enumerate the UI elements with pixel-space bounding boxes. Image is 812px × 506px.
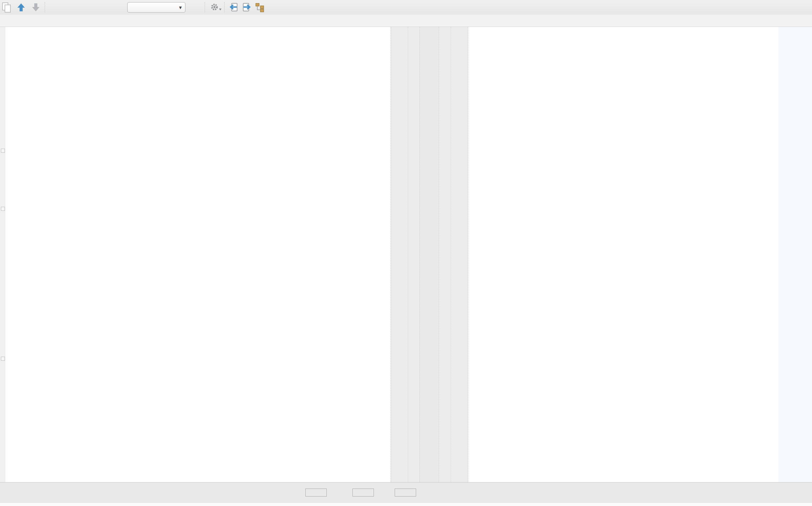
next-difference-button[interactable] bbox=[31, 0, 40, 15]
previous-difference-button[interactable] bbox=[17, 0, 25, 15]
window-footer-edge bbox=[0, 502, 812, 506]
diff-viewer-window: ▼ bbox=[0, 0, 812, 506]
fold-marker-icon[interactable] bbox=[1, 149, 5, 153]
diff-connector-column bbox=[419, 27, 439, 482]
arrow-down-icon bbox=[31, 3, 40, 12]
legend-inserted-swatch bbox=[395, 489, 416, 497]
compare-structure-button[interactable] bbox=[255, 0, 265, 15]
diff-titles bbox=[0, 15, 812, 27]
toolbar-separator bbox=[45, 2, 45, 12]
fold-marker-icon[interactable] bbox=[1, 357, 5, 361]
legend-deleted-swatch bbox=[305, 489, 327, 497]
apply-left-button[interactable] bbox=[228, 0, 239, 15]
chevron-down-icon: ▼ bbox=[178, 5, 183, 10]
right-code-pane[interactable] bbox=[468, 27, 812, 482]
left-line-number-column bbox=[408, 27, 419, 482]
right-pane-edge-tint bbox=[778, 27, 812, 482]
right-line-number-column bbox=[439, 27, 451, 482]
status-bar bbox=[0, 482, 812, 502]
left-code-pane[interactable] bbox=[0, 27, 391, 482]
fold-marker-icon[interactable] bbox=[1, 207, 5, 211]
apply-right-icon bbox=[241, 2, 252, 12]
copy-button[interactable] bbox=[2, 0, 12, 15]
apply-left-icon bbox=[228, 2, 239, 12]
diff-legend bbox=[305, 483, 423, 503]
left-fold-gutter bbox=[0, 27, 5, 482]
legend-changed-swatch bbox=[352, 489, 374, 497]
diff-code-region bbox=[0, 27, 812, 482]
copy-icon bbox=[2, 2, 12, 12]
arrow-up-icon bbox=[17, 3, 25, 12]
gear-icon bbox=[210, 2, 222, 12]
structure-icon bbox=[255, 2, 265, 12]
ignore-whitespace-select[interactable]: ▼ bbox=[127, 2, 185, 12]
right-change-marker-column bbox=[451, 27, 468, 482]
apply-right-button[interactable] bbox=[241, 0, 252, 15]
left-change-marker-column bbox=[391, 27, 408, 482]
diff-toolbar: ▼ bbox=[0, 0, 812, 15]
settings-button[interactable] bbox=[210, 0, 222, 15]
toolbar-separator bbox=[224, 2, 225, 12]
